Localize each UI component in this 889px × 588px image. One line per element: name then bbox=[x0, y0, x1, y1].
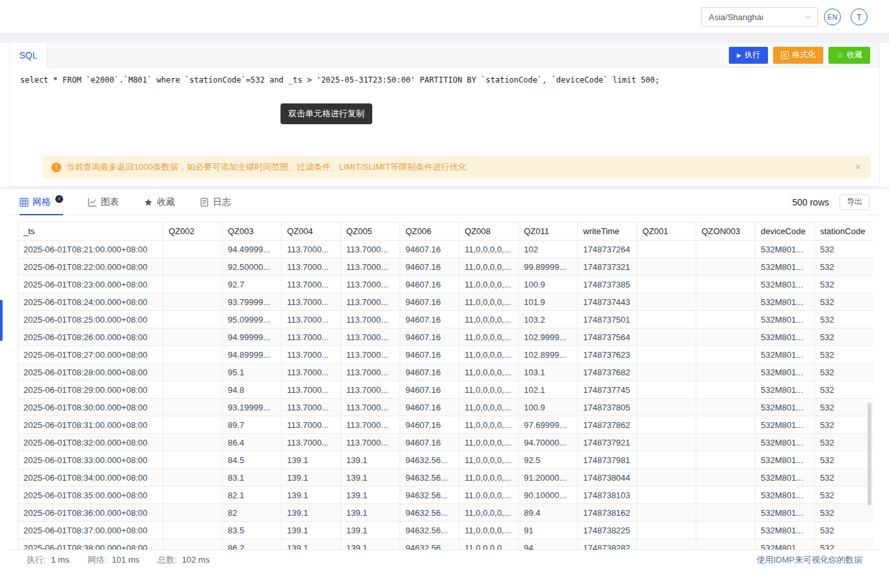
cell-writeTime[interactable]: 1748738225 bbox=[578, 522, 637, 539]
cell-QZ011[interactable]: 102.8999... bbox=[519, 346, 578, 364]
cell-stationCode[interactable]: 532 bbox=[815, 311, 874, 328]
cell-QZ001[interactable] bbox=[637, 241, 696, 258]
cell-QZ006[interactable]: 94607.16 bbox=[400, 381, 459, 399]
cell-QZ005[interactable]: 139.1 bbox=[341, 487, 400, 504]
cell-stationCode[interactable]: 532 bbox=[815, 328, 874, 346]
cell-_ts[interactable]: 2025-06-01T08:21:00.000+08:00 bbox=[18, 241, 163, 258]
cell-QZ001[interactable] bbox=[637, 258, 696, 276]
cell-QZ003[interactable]: 84.5 bbox=[223, 451, 282, 469]
cell-QZ008[interactable]: 11,0,0,0,0,... bbox=[459, 381, 519, 399]
cell-QZ001[interactable] bbox=[637, 522, 696, 539]
cell-QZ008[interactable]: 11,0,0,0,0,... bbox=[459, 241, 519, 258]
cell-_ts[interactable]: 2025-06-01T08:36:00.000+08:00 bbox=[18, 504, 163, 522]
language-badge[interactable]: EN bbox=[824, 8, 841, 25]
cell-QZ008[interactable]: 11,0,0,0,0,... bbox=[459, 346, 519, 364]
cell-QZ001[interactable] bbox=[637, 276, 696, 293]
tab-log[interactable]: 日志 bbox=[200, 189, 231, 215]
cell-QZ008[interactable]: 11,0,0,0,0,... bbox=[459, 504, 519, 522]
cell-stationCode[interactable]: 532 bbox=[815, 381, 874, 399]
cell-QZ011[interactable]: 102.9999... bbox=[519, 328, 578, 346]
cell-writeTime[interactable]: 1748737745 bbox=[578, 381, 637, 399]
cell-_ts[interactable]: 2025-06-01T08:25:00.000+08:00 bbox=[18, 311, 163, 328]
cell-QZON003[interactable] bbox=[696, 364, 756, 381]
cell-QZ005[interactable]: 139.1 bbox=[341, 522, 400, 539]
cell-QZ003[interactable]: 94.99999... bbox=[223, 328, 282, 346]
sql-query-text[interactable]: select * FROM `e2000`.`M801` where `stat… bbox=[20, 75, 869, 85]
cell-_ts[interactable]: 2025-06-01T08:32:00.000+08:00 bbox=[18, 434, 163, 451]
cell-QZ006[interactable]: 94607.16 bbox=[400, 328, 459, 346]
cell-QZ002[interactable] bbox=[163, 276, 223, 293]
cell-QZ003[interactable]: 89.7 bbox=[223, 416, 282, 434]
cell-QZ003[interactable]: 82.1 bbox=[223, 487, 282, 504]
cell-writeTime[interactable]: 1748737264 bbox=[578, 241, 637, 258]
cell-_ts[interactable]: 2025-06-01T08:23:00.000+08:00 bbox=[18, 276, 163, 293]
cell-QZ006[interactable]: 94632.56... bbox=[400, 504, 459, 522]
cell-deviceCode[interactable]: 532M801... bbox=[756, 504, 815, 522]
tab-grid[interactable]: 网格 i bbox=[20, 189, 63, 215]
cell-QZ008[interactable]: 11,0,0,0,0,... bbox=[459, 276, 519, 293]
cell-stationCode[interactable]: 532 bbox=[815, 346, 874, 364]
cell-QZON003[interactable] bbox=[696, 522, 756, 539]
cell-QZ003[interactable]: 82 bbox=[223, 504, 282, 522]
table-scrollbar[interactable] bbox=[868, 403, 871, 505]
cell-QZ001[interactable] bbox=[637, 434, 696, 451]
cell-QZ002[interactable] bbox=[163, 381, 223, 399]
cell-QZ005[interactable]: 113.7000... bbox=[341, 434, 400, 451]
cell-QZ002[interactable] bbox=[163, 434, 223, 451]
cell-stationCode[interactable]: 532 bbox=[815, 276, 874, 293]
cell-QZ004[interactable]: 113.7000... bbox=[282, 328, 341, 346]
cell-deviceCode[interactable]: 532M801... bbox=[756, 346, 815, 364]
cell-_ts[interactable]: 2025-06-01T08:34:00.000+08:00 bbox=[18, 469, 163, 487]
cell-_ts[interactable]: 2025-06-01T08:24:00.000+08:00 bbox=[18, 293, 163, 311]
cell-QZ003[interactable]: 93.19999... bbox=[223, 399, 282, 416]
cell-QZ002[interactable] bbox=[163, 469, 223, 487]
cell-QZ005[interactable]: 113.7000... bbox=[341, 399, 400, 416]
cell-deviceCode[interactable]: 532M801... bbox=[756, 522, 815, 539]
cell-_ts[interactable]: 2025-06-01T08:37:00.000+08:00 bbox=[18, 522, 163, 539]
cell-QZ005[interactable]: 113.7000... bbox=[341, 381, 400, 399]
cell-_ts[interactable]: 2025-06-01T08:22:00.000+08:00 bbox=[18, 258, 163, 276]
cell-stationCode[interactable]: 532 bbox=[815, 504, 874, 522]
sql-editor[interactable]: select * FROM `e2000`.`M801` where `stat… bbox=[10, 68, 879, 156]
cell-_ts[interactable]: 2025-06-01T08:30:00.000+08:00 bbox=[18, 399, 163, 416]
cell-QZ002[interactable] bbox=[163, 346, 223, 364]
cell-deviceCode[interactable]: 532M801... bbox=[756, 311, 815, 328]
cell-stationCode[interactable]: 532 bbox=[815, 293, 874, 311]
format-button[interactable]: 格式化 bbox=[773, 47, 823, 64]
cell-_ts[interactable]: 2025-06-01T08:31:00.000+08:00 bbox=[18, 416, 163, 434]
cell-QZ008[interactable]: 11,0,0,0,0,... bbox=[459, 416, 519, 434]
cell-QZ008[interactable]: 11,0,0,0,0,... bbox=[459, 364, 519, 381]
cell-QZ005[interactable]: 113.7000... bbox=[341, 328, 400, 346]
cell-QZ001[interactable] bbox=[637, 328, 696, 346]
cell-QZ005[interactable]: 113.7000... bbox=[341, 364, 400, 381]
cell-QZ005[interactable]: 113.7000... bbox=[341, 416, 400, 434]
cell-stationCode[interactable]: 532 bbox=[815, 469, 874, 487]
cell-writeTime[interactable]: 1748738162 bbox=[578, 504, 637, 522]
sidebar-handle[interactable] bbox=[0, 300, 3, 341]
export-button[interactable]: 导出 bbox=[840, 194, 869, 210]
cell-QZ005[interactable]: 113.7000... bbox=[341, 276, 400, 293]
cell-QZ003[interactable]: 94.49999... bbox=[223, 241, 282, 258]
cell-QZ002[interactable] bbox=[163, 451, 223, 469]
cell-QZ011[interactable]: 92.5 bbox=[519, 451, 578, 469]
cell-QZ011[interactable]: 91 bbox=[519, 522, 578, 539]
cell-QZON003[interactable] bbox=[696, 293, 756, 311]
cell-_ts[interactable]: 2025-06-01T08:33:00.000+08:00 bbox=[18, 451, 163, 469]
cell-deviceCode[interactable]: 532M801... bbox=[756, 258, 815, 276]
cell-QZ004[interactable]: 139.1 bbox=[282, 522, 341, 539]
cell-QZON003[interactable] bbox=[696, 434, 756, 451]
cell-QZ002[interactable] bbox=[163, 416, 223, 434]
cell-QZ004[interactable]: 139.1 bbox=[282, 487, 341, 504]
cell-QZ011[interactable]: 91.20000... bbox=[519, 469, 578, 487]
cell-stationCode[interactable]: 532 bbox=[815, 522, 874, 539]
cell-stationCode[interactable]: 532 bbox=[815, 364, 874, 381]
cell-writeTime[interactable]: 1748737443 bbox=[578, 293, 637, 311]
cell-QZ006[interactable]: 94607.16 bbox=[400, 241, 459, 258]
cell-QZ002[interactable] bbox=[163, 522, 223, 539]
cell-QZ001[interactable] bbox=[637, 451, 696, 469]
cell-QZ006[interactable]: 94607.16 bbox=[400, 399, 459, 416]
cell-QZ006[interactable]: 94607.16 bbox=[400, 346, 459, 364]
cell-QZ006[interactable]: 94632.56... bbox=[400, 451, 459, 469]
cell-QZ002[interactable] bbox=[163, 487, 223, 504]
cell-QZ002[interactable] bbox=[163, 293, 223, 311]
